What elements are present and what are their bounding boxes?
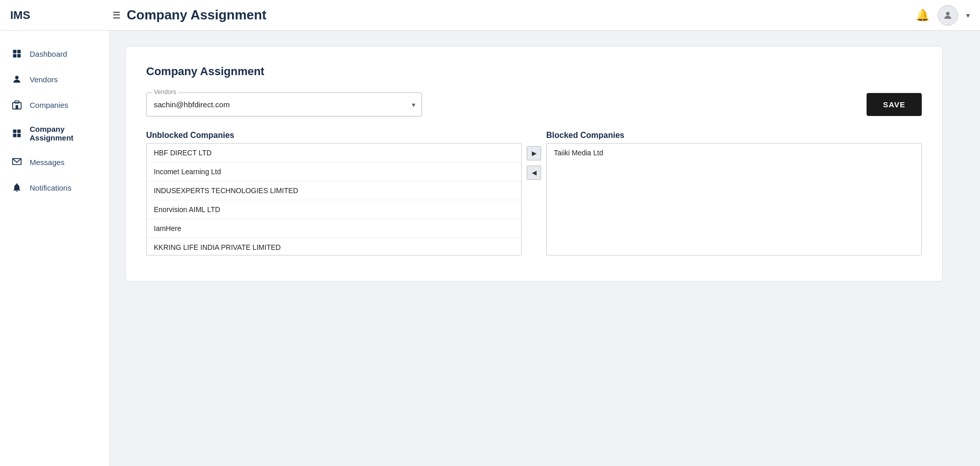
assignment-icon [11, 128, 22, 139]
svg-rect-9 [13, 130, 17, 133]
blocked-panel: Blocked Companies Taiiki Media Ltd [546, 131, 922, 255]
content-card: Company Assignment Vendors sachin@hbfdir… [125, 46, 943, 282]
svg-rect-8 [16, 105, 18, 109]
sidebar: Dashboard Vendors Companies Company Assi… [0, 31, 110, 466]
header: IMS ☰ Company Assignment 🔔 ▾ [0, 0, 980, 31]
chevron-down-icon[interactable]: ▾ [966, 11, 970, 19]
notifications-icon [11, 182, 22, 193]
vendor-select-wrap: Vendors sachin@hbfdirect.com ▾ [146, 92, 422, 116]
sidebar-label-notifications: Notifications [30, 183, 72, 192]
page-title: Company Assignment [127, 7, 916, 23]
list-item[interactable]: Taiiki Media Ltd [547, 144, 921, 162]
sidebar-item-companies[interactable]: Companies [0, 92, 109, 118]
list-item[interactable]: IamHere [147, 219, 521, 238]
list-item[interactable]: Incomet Learning Ltd [147, 162, 521, 181]
list-item[interactable]: INDUSEXPERTS TECHNOLOGIES LIMITED [147, 181, 521, 200]
unblocked-list[interactable]: HBF DIRECT LTDIncomet Learning LtdINDUSE… [146, 143, 522, 255]
sidebar-item-company-assignment[interactable]: Company Assignment [0, 118, 109, 149]
svg-rect-2 [17, 50, 21, 54]
svg-point-0 [946, 12, 950, 15]
blocked-title: Blocked Companies [546, 131, 922, 140]
avatar[interactable] [938, 5, 958, 26]
companies-icon [11, 99, 22, 110]
header-actions: 🔔 ▾ [916, 5, 970, 26]
lists-row: Unblocked Companies HBF DIRECT LTDIncome… [146, 131, 922, 255]
main-content: Company Assignment Vendors sachin@hbfdir… [110, 31, 980, 466]
bell-icon[interactable]: 🔔 [916, 9, 929, 22]
sidebar-item-vendors[interactable]: Vendors [0, 66, 109, 92]
unblocked-panel: Unblocked Companies HBF DIRECT LTDIncome… [146, 131, 522, 255]
svg-rect-7 [15, 101, 19, 103]
sidebar-label-companies: Companies [30, 101, 68, 109]
transfer-arrows: ▶ ◀ [522, 131, 546, 180]
save-button[interactable]: SAVE [867, 93, 922, 116]
svg-rect-12 [17, 134, 21, 137]
card-title: Company Assignment [146, 65, 922, 78]
vendor-field-label: Vendors [152, 88, 178, 96]
svg-rect-10 [17, 130, 21, 133]
move-left-button[interactable]: ◀ [527, 166, 541, 180]
list-item[interactable]: KKRING LIFE INDIA PRIVATE LIMITED [147, 238, 521, 255]
blocked-list[interactable]: Taiiki Media Ltd [546, 143, 922, 255]
sidebar-label-messages: Messages [30, 158, 64, 167]
list-item[interactable]: Enorvision AIML LTD [147, 200, 521, 219]
svg-rect-3 [13, 54, 17, 58]
svg-rect-1 [13, 50, 17, 54]
person-icon [11, 74, 22, 85]
vendor-select[interactable]: sachin@hbfdirect.com [147, 93, 422, 116]
app-logo: IMS [10, 9, 112, 22]
list-item[interactable]: HBF DIRECT LTD [147, 144, 521, 162]
dashboard-icon [11, 48, 22, 59]
unblocked-title: Unblocked Companies [146, 131, 522, 140]
sidebar-label-vendors: Vendors [30, 75, 58, 84]
sidebar-item-messages[interactable]: Messages [0, 149, 109, 175]
move-right-button[interactable]: ▶ [527, 146, 541, 160]
menu-icon[interactable]: ☰ [112, 10, 121, 21]
top-row: Vendors sachin@hbfdirect.com ▾ SAVE [146, 92, 922, 116]
layout: Dashboard Vendors Companies Company Assi… [0, 31, 980, 466]
svg-rect-4 [17, 54, 21, 58]
message-icon [11, 156, 22, 168]
svg-point-5 [15, 76, 19, 79]
svg-rect-11 [13, 134, 17, 137]
sidebar-label-dashboard: Dashboard [30, 50, 67, 58]
sidebar-item-dashboard[interactable]: Dashboard [0, 41, 109, 66]
sidebar-label-company-assignment: Company Assignment [30, 125, 98, 142]
sidebar-item-notifications[interactable]: Notifications [0, 175, 109, 200]
